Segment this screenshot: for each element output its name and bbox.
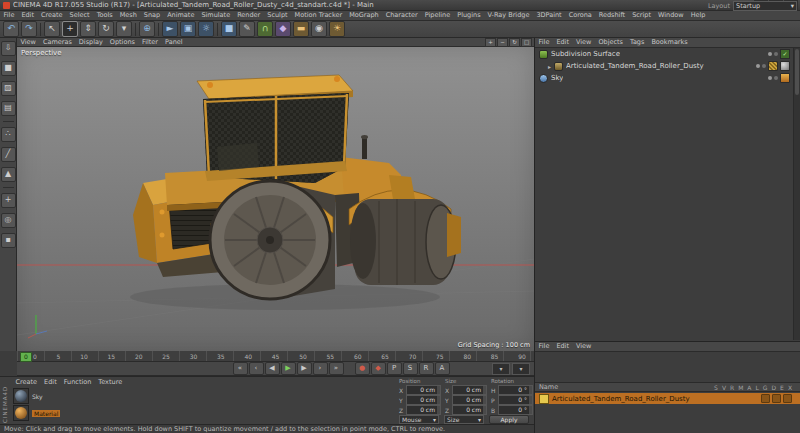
layer-manager-menu-item[interactable]: File [535,342,553,351]
material-thumbnail[interactable] [13,405,29,421]
road-roller-model[interactable] [130,75,461,310]
render-visibility-toggle[interactable] [774,76,778,80]
menu-item[interactable]: Render [234,11,264,20]
rotation-p-field[interactable]: 0 ° [498,395,533,405]
autokey-icon[interactable]: A [435,362,450,375]
editor-visibility-toggle[interactable] [768,52,772,56]
timeline-ruler[interactable]: 051015202530354045505560657075808590 0 [17,351,534,362]
viewport-menu-item[interactable]: Panel [162,38,187,47]
environment-icon[interactable]: ▬ [293,21,309,37]
menu-item[interactable]: Redshift [595,11,628,20]
size-mode-dropdown[interactable]: Size ▾ [444,415,484,424]
position-x-field[interactable]: 0 cm [406,385,441,395]
position-y-field[interactable]: 0 cm [406,395,441,405]
menu-item[interactable]: Mesh [116,11,140,20]
render-visibility-toggle[interactable] [774,52,778,56]
light-icon[interactable]: ☀ [329,21,345,37]
size-x-field[interactable]: 0 cm [452,385,487,395]
prev-frame-icon[interactable]: ◀ [265,362,280,375]
menu-item[interactable]: Corona [565,11,595,20]
scale-tool-icon[interactable]: ⇕ [80,21,96,37]
layer-color-swatch[interactable] [539,394,549,404]
size-y-field[interactable]: 0 cm [452,395,487,405]
object-row-road-roller[interactable]: ▸ Articulated_Tandem_Road_Roller_Dusty [544,60,800,72]
apply-button[interactable]: Apply [489,415,529,424]
play-icon[interactable]: ▶ [281,362,296,375]
workplane-mode-icon[interactable]: ▤ [1,101,16,116]
coordinate-system-icon[interactable]: ⊕ [139,21,155,37]
rotation-h-field[interactable]: 0 ° [498,385,533,395]
points-mode-icon[interactable]: ∴ [1,127,16,142]
axis-mode-icon[interactable]: + [1,193,16,208]
enabled-check-icon[interactable]: ✓ [780,49,790,59]
lock-icon[interactable]: ▪ [1,233,16,248]
viewport-menu-item[interactable]: Options [106,38,138,47]
object-label[interactable]: Sky [551,74,563,82]
sky-texture-tag-icon[interactable] [780,73,790,83]
snap-icon[interactable]: ◎ [1,213,16,228]
menu-item[interactable]: Select [66,11,93,20]
spline-pen-icon[interactable]: ✎ [239,21,255,37]
menu-item[interactable]: Character [382,11,421,20]
camera-icon[interactable]: ◉ [311,21,327,37]
polygons-mode-icon[interactable]: ▲ [1,167,16,182]
menu-item[interactable]: Motion Tracker [291,11,346,20]
object-row-subdivision-surface[interactable]: Subdivision Surface ✓ [535,48,800,60]
object-manager-menu-item[interactable]: File [535,38,553,47]
toggle-view-icon[interactable]: □ [521,38,532,47]
material-thumbnail[interactable] [13,388,29,404]
keyframe-options-dropdown[interactable]: ▾ [512,363,530,375]
material-name[interactable]: Sky [32,393,43,400]
viewport-menu-item[interactable]: Display [75,38,106,47]
menu-item[interactable]: 3DPaint [533,11,565,20]
menu-item[interactable]: Sculpt [264,11,291,20]
rotate-view-icon[interactable]: ↻ [509,38,520,47]
layer-toggle-icon[interactable] [783,394,792,403]
material-menu-item[interactable]: Function [60,378,95,387]
undo-icon[interactable]: ↶ [3,21,19,37]
record-scale-icon[interactable]: S [403,362,418,375]
edges-mode-icon[interactable]: ╱ [1,147,16,162]
layer-toggle-icon[interactable] [761,394,770,403]
layer-toggle-icon[interactable] [772,394,781,403]
move-tool-icon[interactable]: + [62,21,78,37]
zoom-view-icon[interactable]: − [497,38,508,47]
menu-item[interactable]: Plugins [454,11,484,20]
menu-item[interactable]: V-Ray Bridge [484,11,533,20]
object-manager-menu-item[interactable]: Tags [626,38,647,47]
menu-item[interactable]: File [0,11,18,20]
render-picture-viewer-icon[interactable]: ▣ [180,21,196,37]
record-icon[interactable]: ● [355,362,370,375]
position-z-field[interactable]: 0 cm [406,405,441,415]
phong-tag-icon[interactable] [780,61,790,71]
rotate-tool-icon[interactable]: ↻ [98,21,114,37]
viewport-menu-item[interactable]: Filter [138,38,161,47]
layout-dropdown[interactable]: Startup ▾ [733,1,797,11]
object-manager-scrollbar[interactable] [793,48,800,340]
rotation-b-field[interactable]: 0 ° [498,405,533,415]
viewport-camera-label[interactable]: Perspective [21,49,62,57]
prev-key-icon[interactable]: ‹ [249,362,264,375]
next-frame-icon[interactable]: ▶ [297,362,312,375]
menu-item[interactable]: Simulate [198,11,234,20]
generators-icon[interactable]: ∩ [257,21,273,37]
material-item-selected[interactable]: Material [13,405,60,421]
pan-view-icon[interactable]: + [485,38,496,47]
material-menu-item[interactable]: Texture [95,378,126,387]
render-view-icon[interactable]: ► [162,21,178,37]
transform-mode-dropdown[interactable]: Mouse ▾ [399,415,439,424]
object-label[interactable]: Subdivision Surface [551,50,620,58]
recent-tool-icon[interactable]: ▾ [116,21,132,37]
next-key-icon[interactable]: › [313,362,328,375]
menu-item[interactable]: Edit [18,11,38,20]
timeline-playhead[interactable]: 0 [20,352,32,362]
object-manager-menu-item[interactable]: Bookmarks [648,38,691,47]
record-rotation-icon[interactable]: R [419,362,434,375]
viewport-menu-item[interactable]: Cameras [39,38,75,47]
menu-item[interactable]: Snap [140,11,163,20]
object-manager-menu-item[interactable]: View [572,38,594,47]
record-position-icon[interactable]: P [387,362,402,375]
menu-item[interactable]: Tools [93,11,116,20]
editor-visibility-toggle[interactable] [756,64,760,68]
playback-options-dropdown[interactable]: ▾ [492,363,510,375]
